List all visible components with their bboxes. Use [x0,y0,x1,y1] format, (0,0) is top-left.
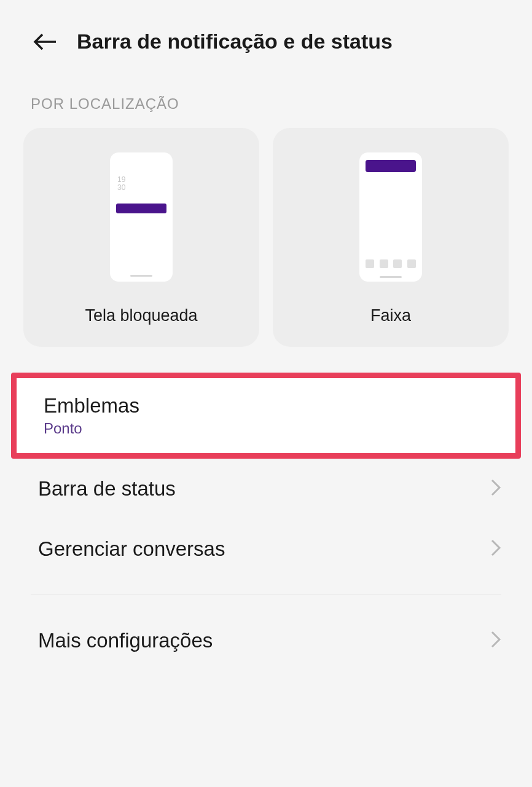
chevron-right-icon [490,478,501,499]
back-button[interactable] [31,28,58,55]
setting-more[interactable]: Mais configurações [0,611,532,671]
arrow-left-icon [33,32,57,52]
page-title: Barra de notificação e de status [77,30,393,53]
preview-notification [116,204,166,213]
header: Barra de notificação e de status [0,0,532,74]
preview-time: 19 30 [117,176,125,192]
chevron-right-icon [490,630,501,651]
settings-list: Emblemas Ponto Barra de status Gerenciar… [0,373,532,671]
chevron-right-icon [490,539,501,560]
preview-home-indicator [130,275,152,277]
card-banner-label: Faixa [370,306,411,325]
banner-preview [359,152,422,282]
section-label: POR LOCALIZAÇÃO [0,74,532,128]
preview-home-indicator [380,276,402,278]
setting-conversations[interactable]: Gerenciar conversas [0,519,532,579]
setting-conversations-title: Gerenciar conversas [38,537,225,561]
setting-emblems-title: Emblemas [44,394,139,417]
location-cards: 19 30 Tela bloqueada Faixa [0,128,532,347]
card-lockscreen-label: Tela bloqueada [85,306,197,325]
preview-app-icons [366,259,416,268]
setting-emblems[interactable]: Emblemas Ponto [11,373,521,459]
setting-more-title: Mais configurações [38,629,213,652]
divider [31,595,501,595]
card-banner[interactable]: Faixa [273,128,509,347]
setting-statusbar-title: Barra de status [38,477,176,500]
setting-statusbar[interactable]: Barra de status [0,459,532,519]
lockscreen-preview: 19 30 [110,152,173,282]
card-lockscreen[interactable]: 19 30 Tela bloqueada [23,128,259,347]
setting-emblems-subtitle: Ponto [44,420,139,437]
preview-notification [366,160,416,172]
